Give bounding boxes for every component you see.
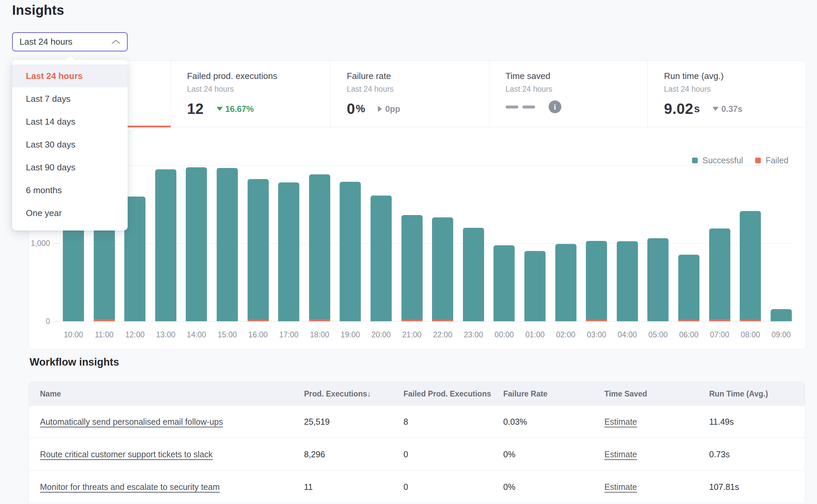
- x-axis-label: 21:00: [397, 330, 427, 339]
- summary-tabs-row: Failed prod. executionsLast 24 hours1216…: [29, 61, 806, 127]
- time-saved-estimate-link[interactable]: Estimate: [604, 482, 637, 492]
- bar-successful-13:00[interactable]: [155, 169, 176, 321]
- bar-successful-03:00[interactable]: [586, 241, 607, 321]
- x-axis-label: 06:00: [674, 330, 704, 339]
- bar-successful-15:00[interactable]: [217, 168, 238, 321]
- column-header-time-saved[interactable]: Time Saved: [604, 382, 647, 406]
- bar-successful-18:00[interactable]: [309, 174, 330, 321]
- x-axis-label: 04:00: [612, 330, 643, 339]
- card-value: 9.02: [664, 100, 693, 117]
- bar-failed-18:00[interactable]: [309, 319, 330, 321]
- card-value-unit: s: [694, 103, 700, 115]
- workflow-name-link[interactable]: Automatically send personalised email fo…: [40, 417, 223, 427]
- bar-successful-20:00[interactable]: [371, 196, 392, 321]
- x-axis-label: 19:00: [335, 330, 366, 339]
- table-row: Route critical customer support tickets …: [29, 438, 805, 471]
- failure-rate-value: 0%: [503, 450, 515, 459]
- legend-failed[interactable]: Failed: [755, 156, 788, 165]
- x-axis-label: 13:00: [150, 330, 181, 339]
- bar-successful-19:00[interactable]: [340, 182, 361, 321]
- x-axis-label: 02:00: [551, 330, 581, 339]
- menu-option-6-months[interactable]: 6 months: [12, 179, 128, 202]
- bar-failed-22:00[interactable]: [432, 320, 453, 322]
- bar-successful-09:00[interactable]: [771, 309, 792, 321]
- menu-option-last-14-days[interactable]: Last 14 days: [12, 110, 128, 133]
- card-title: Time saved: [506, 71, 648, 81]
- summary-card-run-time-avg[interactable]: Run time (avg.)Last 24 hours9.02s0.37s: [647, 61, 806, 127]
- page-title: Insights: [12, 3, 64, 18]
- bar-successful-22:00[interactable]: [432, 217, 453, 321]
- bar-successful-17:00[interactable]: [278, 182, 299, 321]
- bar-failed-03:00[interactable]: [586, 320, 607, 322]
- menu-option-last-90-days[interactable]: Last 90 days: [12, 156, 128, 179]
- table-row: Monitor for threats and escalate to secu…: [29, 471, 805, 503]
- x-axis-label: 22:00: [427, 330, 458, 339]
- bar-successful-05:00[interactable]: [647, 238, 669, 321]
- x-axis-label: 08:00: [735, 330, 766, 339]
- info-icon[interactable]: i: [549, 100, 561, 113]
- prod-executions-value: 11: [304, 482, 313, 492]
- time-saved-estimate-link[interactable]: Estimate: [604, 450, 637, 459]
- bar-failed-11:00[interactable]: [94, 319, 115, 321]
- prod-executions-value: 25,519: [304, 417, 330, 427]
- bar-successful-06:00[interactable]: [678, 255, 699, 321]
- card-delta: 0pp: [385, 104, 400, 114]
- column-header-name[interactable]: Name: [40, 382, 61, 406]
- time-range-select[interactable]: Last 24 hours: [12, 32, 128, 51]
- bar-successful-08:00[interactable]: [740, 211, 761, 321]
- bar-failed-16:00[interactable]: [248, 320, 269, 322]
- menu-option-last-30-days[interactable]: Last 30 days: [12, 133, 128, 156]
- y-axis-label: 0: [10, 317, 50, 326]
- x-axis-label: 20:00: [366, 330, 396, 339]
- bar-successful-00:00[interactable]: [493, 245, 515, 321]
- summary-card-time-saved[interactable]: Time savedLast 24 hours i: [489, 61, 648, 127]
- bar-successful-01:00[interactable]: [524, 251, 546, 321]
- bar-failed-07:00[interactable]: [709, 319, 730, 321]
- bar-failed-06:00[interactable]: [678, 320, 699, 322]
- column-header-prod-executions[interactable]: Prod. Executions↓: [304, 382, 371, 406]
- card-subtitle: Last 24 hours: [664, 85, 806, 94]
- sort-desc-icon: ↓: [367, 389, 371, 398]
- bar-successful-14:00[interactable]: [186, 167, 207, 321]
- failed-prod-executions-value: 0: [403, 450, 408, 459]
- column-header-failed-prod-executions[interactable]: Failed Prod. Executions: [403, 382, 491, 406]
- y-axis-label: 1,000: [10, 239, 50, 248]
- run-time-avg-value: 11.49s: [709, 417, 734, 427]
- gridline: [63, 321, 791, 322]
- column-header-failure-rate[interactable]: Failure Rate: [503, 382, 548, 406]
- bar-successful-23:00[interactable]: [463, 228, 484, 321]
- bar-failed-08:00[interactable]: [740, 320, 761, 322]
- run-time-avg-value: 0.73s: [709, 450, 730, 459]
- legend-successful[interactable]: Successful: [692, 156, 743, 165]
- workflow-name-link[interactable]: Monitor for threats and escalate to secu…: [40, 482, 220, 492]
- flat-triangle-icon: [378, 106, 382, 112]
- menu-option-last-24-hours[interactable]: Last 24 hours: [12, 65, 128, 87]
- bar-successful-21:00[interactable]: [401, 215, 423, 321]
- menu-option-one-year[interactable]: One year: [12, 202, 128, 224]
- column-header-run-time-avg-[interactable]: Run Time (Avg.): [709, 382, 768, 406]
- time-range-selected-value: Last 24 hours: [19, 37, 112, 47]
- workflow-name-link[interactable]: Route critical customer support tickets …: [40, 450, 213, 459]
- empty-value-dashes: [506, 104, 539, 110]
- x-axis-label: 18:00: [304, 330, 335, 339]
- workflow-insights-table: NameProd. Executions↓Failed Prod. Execut…: [29, 382, 805, 504]
- summary-card-failure-rate[interactable]: Failure rateLast 24 hours0%0pp: [330, 61, 489, 127]
- legend-swatch-icon: [692, 158, 698, 163]
- menu-option-last-7-days[interactable]: Last 7 days: [12, 87, 128, 110]
- bar-successful-02:00[interactable]: [555, 244, 576, 321]
- failure-rate-value: 0.03%: [503, 417, 527, 427]
- down-triangle-icon: [217, 107, 223, 111]
- bar-failed-21:00[interactable]: [401, 320, 423, 322]
- bar-successful-07:00[interactable]: [709, 228, 730, 321]
- x-axis-label: 03:00: [581, 330, 612, 339]
- bar-successful-16:00[interactable]: [248, 179, 269, 321]
- chart-legend: SuccessfulFailed: [680, 156, 788, 165]
- summary-card-failed-prod-executions[interactable]: Failed prod. executionsLast 24 hours1216…: [171, 61, 331, 127]
- time-saved-estimate-link[interactable]: Estimate: [604, 417, 637, 427]
- bar-successful-04:00[interactable]: [617, 241, 638, 321]
- x-axis-label: 17:00: [273, 330, 304, 339]
- x-axis-label: 00:00: [489, 330, 519, 339]
- y-axis-tick: [53, 243, 60, 244]
- gridline: [63, 165, 791, 166]
- x-axis-label: 07:00: [704, 330, 735, 339]
